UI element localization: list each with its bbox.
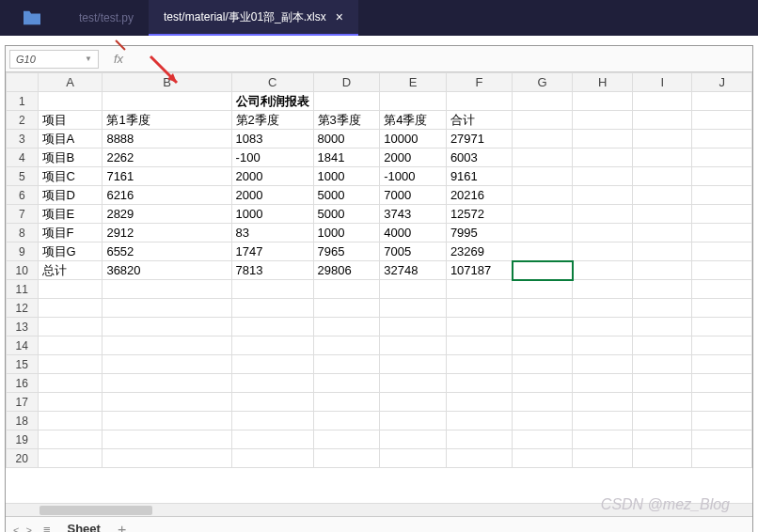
cell-C10[interactable]: 7813 [231,261,313,280]
cell-G5[interactable] [513,167,573,186]
cell-I15[interactable] [633,355,692,374]
cell-I13[interactable] [633,318,692,336]
cell-F13[interactable] [446,318,512,336]
cell-G16[interactable] [513,374,573,393]
cell-D15[interactable] [313,355,380,374]
cell-F17[interactable] [446,393,512,412]
cell-A15[interactable] [38,355,103,374]
cell-H11[interactable] [573,280,633,299]
cell-A14[interactable] [38,336,103,355]
cell-J2[interactable] [692,111,752,130]
cell-I16[interactable] [633,374,692,393]
cell-A17[interactable] [38,393,103,412]
cell-E9[interactable]: 7005 [380,243,447,261]
cell-B19[interactable] [103,430,231,449]
row-header-16[interactable]: 16 [7,374,39,393]
cell-I1[interactable] [633,92,692,111]
cell-A9[interactable]: 项目G [38,243,103,261]
cell-G18[interactable] [513,412,573,430]
cell-B20[interactable] [103,449,231,468]
cell-F5[interactable]: 9161 [446,167,512,186]
row-header-7[interactable]: 7 [7,205,39,224]
col-header-H[interactable]: H [573,73,633,92]
cell-J16[interactable] [692,374,752,393]
cell-G12[interactable] [513,299,573,318]
cell-D20[interactable] [313,449,380,468]
cell-G3[interactable] [513,130,573,149]
cell-B16[interactable] [103,374,231,393]
cell-H16[interactable] [573,374,633,393]
cell-A19[interactable] [38,430,103,449]
cell-J6[interactable] [692,186,752,205]
cell-F7[interactable]: 12572 [446,205,512,224]
cell-G19[interactable] [513,430,573,449]
cell-J17[interactable] [692,393,752,412]
close-icon[interactable]: × [336,9,343,24]
cell-I11[interactable] [633,280,692,299]
cell-E2[interactable]: 第4季度 [380,111,447,130]
cell-E14[interactable] [380,336,447,355]
corner-cell[interactable] [7,73,39,92]
row-header-12[interactable]: 12 [7,299,39,318]
cell-F18[interactable] [446,412,512,430]
cell-E17[interactable] [380,393,447,412]
cell-F10[interactable]: 107187 [446,261,512,280]
cell-H10[interactable] [573,261,633,280]
cell-H4[interactable] [573,149,633,167]
cell-A2[interactable]: 项目 [38,111,103,130]
cell-D9[interactable]: 7965 [313,243,380,261]
cell-H8[interactable] [573,224,633,243]
cell-B18[interactable] [103,412,231,430]
cell-J20[interactable] [692,449,752,468]
cell-E16[interactable] [380,374,447,393]
horizontal-scrollbar[interactable] [6,503,752,516]
tab-test-py[interactable]: test/test.py [64,0,149,36]
cell-A1[interactable] [38,92,103,111]
cell-A18[interactable] [38,412,103,430]
cell-A7[interactable]: 项目E [38,205,103,224]
cell-G6[interactable] [513,186,573,205]
cell-D5[interactable]: 1000 [313,167,380,186]
cell-E11[interactable] [380,280,447,299]
cell-C13[interactable] [231,318,313,336]
cell-D1[interactable] [313,92,380,111]
cell-I2[interactable] [633,111,692,130]
cell-B1[interactable] [103,92,231,111]
cell-E12[interactable] [380,299,447,318]
cell-C2[interactable]: 第2季度 [231,111,313,130]
cell-I8[interactable] [633,224,692,243]
cell-D16[interactable] [313,374,380,393]
cell-E13[interactable] [380,318,447,336]
col-header-J[interactable]: J [692,73,752,92]
cell-C20[interactable] [231,449,313,468]
cell-J9[interactable] [692,243,752,261]
cell-A12[interactable] [38,299,103,318]
col-header-F[interactable]: F [446,73,512,92]
cell-I12[interactable] [633,299,692,318]
col-header-G[interactable]: G [513,73,573,92]
cell-G15[interactable] [513,355,573,374]
cell-A6[interactable]: 项目D [38,186,103,205]
row-header-4[interactable]: 4 [7,149,39,167]
cell-C15[interactable] [231,355,313,374]
chevron-down-icon[interactable]: ▼ [85,55,92,63]
cell-D8[interactable]: 1000 [313,224,380,243]
cell-J11[interactable] [692,280,752,299]
cell-A11[interactable] [38,280,103,299]
cell-B17[interactable] [103,393,231,412]
cell-E6[interactable]: 7000 [380,186,447,205]
cell-G10[interactable] [513,261,573,280]
cell-G9[interactable] [513,243,573,261]
col-header-A[interactable]: A [38,73,103,92]
cell-H17[interactable] [573,393,633,412]
cell-B10[interactable]: 36820 [103,261,231,280]
cell-G8[interactable] [513,224,573,243]
row-header-8[interactable]: 8 [7,224,39,243]
cell-H1[interactable] [573,92,633,111]
row-header-6[interactable]: 6 [7,186,39,205]
row-header-14[interactable]: 14 [7,336,39,355]
col-header-I[interactable]: I [633,73,692,92]
cell-D6[interactable]: 5000 [313,186,380,205]
col-header-E[interactable]: E [380,73,447,92]
row-header-2[interactable]: 2 [7,111,39,130]
